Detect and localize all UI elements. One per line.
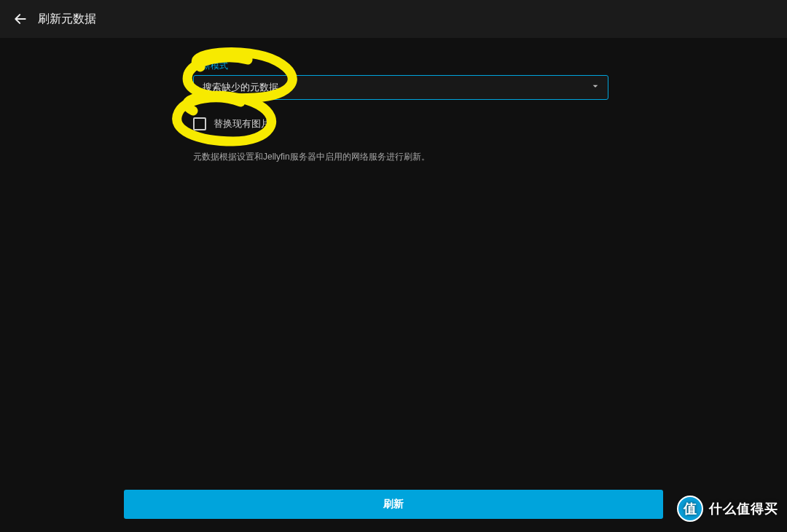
refresh-mode-value: 搜索缺少的元数据 (203, 81, 278, 94)
header-bar: 刷新元数据 (0, 0, 787, 38)
replace-images-checkbox[interactable] (193, 117, 206, 130)
page-title: 刷新元数据 (38, 12, 96, 27)
refresh-button[interactable]: 刷新 (124, 490, 663, 519)
back-arrow-icon[interactable] (13, 12, 28, 26)
hint-text: 元数据根据设置和Jellyfin服务器中启用的网络服务进行刷新。 (193, 151, 608, 163)
footer: 刷新 (0, 490, 787, 519)
refresh-mode-select[interactable]: 搜索缺少的元数据 (193, 75, 608, 100)
replace-images-label: 替换现有图片 (214, 117, 270, 130)
replace-images-row[interactable]: 替换现有图片 (193, 117, 608, 130)
watermark: 值 什么值得买 (677, 496, 778, 522)
content-area: 刷新模式 搜索缺少的元数据 替换现有图片 元数据根据设置和Jellyfin服务器… (0, 38, 787, 163)
refresh-mode-label: 刷新模式 (193, 60, 608, 72)
watermark-text: 什么值得买 (709, 500, 778, 517)
watermark-badge-icon: 值 (677, 496, 703, 522)
